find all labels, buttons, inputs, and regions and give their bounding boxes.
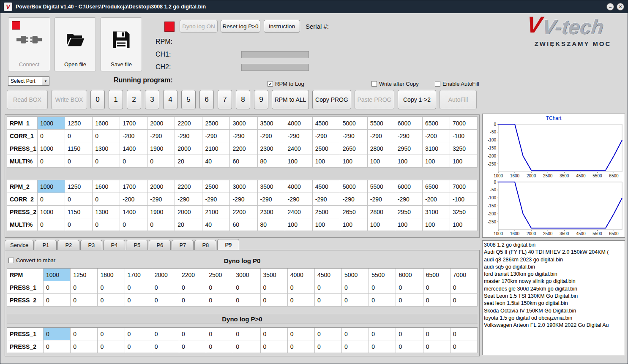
- table-cell[interactable]: 5500: [368, 117, 395, 130]
- rpm-to-log-checkbox[interactable]: ✓ RPM to Log: [268, 81, 304, 87]
- table-cell[interactable]: 0: [315, 340, 342, 353]
- table-cell[interactable]: 6500: [423, 269, 451, 281]
- table-cell[interactable]: 2000: [175, 142, 202, 155]
- table-cell[interactable]: 0: [451, 328, 478, 340]
- table-cell[interactable]: 100: [423, 218, 450, 231]
- table-cell[interactable]: 1250: [65, 117, 93, 130]
- program-button-5[interactable]: 5: [181, 90, 196, 109]
- table-cell[interactable]: 2500: [202, 180, 230, 193]
- file-list-item[interactable]: Volkswagen Arteon FL 2.0 190KM 2022 Go D…: [484, 322, 625, 329]
- dyno-log-on-button[interactable]: Dyno log ON: [180, 20, 218, 33]
- table-cell[interactable]: 7000: [450, 117, 478, 130]
- table-cell[interactable]: 0: [93, 155, 120, 168]
- table-cell[interactable]: 1300: [93, 142, 120, 155]
- table-cell[interactable]: 2650: [340, 142, 368, 155]
- program-button-0[interactable]: 0: [90, 90, 105, 109]
- table-cell[interactable]: -100: [450, 130, 478, 142]
- table-cell[interactable]: 7000: [450, 180, 478, 193]
- table-cell[interactable]: 5000: [340, 117, 368, 130]
- table-cell[interactable]: 0: [38, 218, 65, 231]
- table-cell[interactable]: 4000: [285, 180, 313, 193]
- table-cell[interactable]: 2200: [230, 206, 257, 218]
- table-cell[interactable]: -290: [258, 130, 285, 142]
- table-cell[interactable]: 100: [313, 218, 340, 231]
- file-list-item[interactable]: Audi Q5 II (FY FL) 40 TDI MHEV 2.0 150kW…: [484, 249, 625, 256]
- table-cell[interactable]: 2950: [395, 142, 423, 155]
- tab-p7[interactable]: P7: [172, 240, 194, 250]
- table-cell[interactable]: 0: [451, 340, 478, 353]
- table-cell[interactable]: 0: [147, 155, 175, 168]
- table-cell[interactable]: 100: [450, 218, 478, 231]
- file-list-item[interactable]: audi sq5 go digital.bin: [484, 263, 625, 271]
- table-cell[interactable]: 0: [451, 294, 478, 307]
- table-cell[interactable]: 100: [340, 155, 368, 168]
- table-cell[interactable]: 2200: [230, 142, 257, 155]
- table-cell[interactable]: -290: [285, 193, 313, 206]
- table-cell[interactable]: 0: [396, 281, 423, 294]
- program-button-1[interactable]: 1: [109, 90, 123, 109]
- program-button-8[interactable]: 8: [236, 90, 250, 109]
- file-list-item[interactable]: Seat Leon 1.5 TSI 130KM Go Digital.bin: [484, 293, 625, 300]
- table-cell[interactable]: 3000: [230, 117, 257, 130]
- table-cell[interactable]: 0: [71, 328, 98, 340]
- table-cell[interactable]: -290: [202, 130, 230, 142]
- table-cell[interactable]: 1400: [120, 142, 147, 155]
- table-cell[interactable]: 0: [396, 294, 423, 307]
- table-cell[interactable]: 0: [125, 294, 152, 307]
- table-cell[interactable]: 2100: [202, 142, 230, 155]
- table-cell[interactable]: 1000: [38, 180, 65, 193]
- table-cell[interactable]: -200: [423, 130, 450, 142]
- table-cell[interactable]: 4000: [288, 269, 315, 281]
- table-cell[interactable]: 1000: [38, 117, 65, 130]
- table-cell[interactable]: 2500: [202, 117, 230, 130]
- table-cell[interactable]: 3250: [450, 142, 478, 155]
- table-cell[interactable]: 0: [288, 340, 315, 353]
- table-cell[interactable]: 3500: [258, 117, 285, 130]
- table-cell[interactable]: -290: [368, 193, 395, 206]
- write-after-copy-checkbox[interactable]: Write after Copy: [371, 81, 419, 87]
- table-cell[interactable]: 6000: [396, 269, 423, 281]
- table-cell[interactable]: 100: [368, 218, 395, 231]
- table-cell[interactable]: 0: [342, 340, 369, 353]
- table-cell[interactable]: 2300: [258, 142, 285, 155]
- table-cell[interactable]: 6000: [395, 180, 423, 193]
- table-cell[interactable]: 1400: [120, 206, 147, 218]
- table-cell[interactable]: 0: [152, 281, 179, 294]
- table-cell[interactable]: 0: [396, 328, 423, 340]
- tab-p1[interactable]: P1: [35, 240, 57, 250]
- table-cell[interactable]: 3100: [423, 142, 450, 155]
- table-cell[interactable]: 5000: [340, 180, 368, 193]
- table-cell[interactable]: 0: [423, 340, 451, 353]
- table-cell[interactable]: 4500: [315, 269, 342, 281]
- table-cell[interactable]: -290: [175, 130, 202, 142]
- file-list-item[interactable]: master 170km nowy silnik go digital.bin: [484, 278, 625, 285]
- table-cell[interactable]: 0: [315, 281, 342, 294]
- table-cell[interactable]: 2500: [313, 142, 340, 155]
- tab-p3[interactable]: P3: [80, 240, 102, 250]
- file-list-item[interactable]: mercedes gle 300d 245km go digital.bin: [484, 285, 625, 293]
- program-button-4[interactable]: 4: [163, 90, 177, 109]
- program-button-9[interactable]: 9: [254, 90, 268, 109]
- file-list-item[interactable]: 3008 1.2 go digital.bin: [484, 242, 625, 249]
- program-button-6[interactable]: 6: [199, 90, 214, 109]
- table-cell[interactable]: 2200: [175, 180, 202, 193]
- table-cell[interactable]: 3250: [450, 206, 478, 218]
- rpm-to-all-button[interactable]: RPM to ALL: [272, 90, 309, 109]
- table-cell[interactable]: 3500: [261, 269, 288, 281]
- table-cell[interactable]: -290: [395, 130, 423, 142]
- tab-p9[interactable]: P9: [217, 239, 239, 250]
- table-cell[interactable]: 0: [206, 340, 233, 353]
- copy-1-to-2-button[interactable]: Copy 1->2: [398, 90, 436, 109]
- table-cell[interactable]: 60: [230, 155, 257, 168]
- table-cell[interactable]: 0: [261, 294, 288, 307]
- table-cell[interactable]: -200: [423, 193, 450, 206]
- table-cell[interactable]: 2000: [147, 180, 175, 193]
- table-cell[interactable]: 4000: [285, 117, 313, 130]
- table-cell[interactable]: 5500: [368, 180, 395, 193]
- table-cell[interactable]: 1250: [71, 269, 98, 281]
- table-cell[interactable]: 0: [423, 281, 451, 294]
- table-cell[interactable]: 0: [288, 328, 315, 340]
- program-button-2[interactable]: 2: [127, 90, 141, 109]
- table-cell[interactable]: 0: [98, 328, 125, 340]
- table-cell[interactable]: -290: [313, 193, 340, 206]
